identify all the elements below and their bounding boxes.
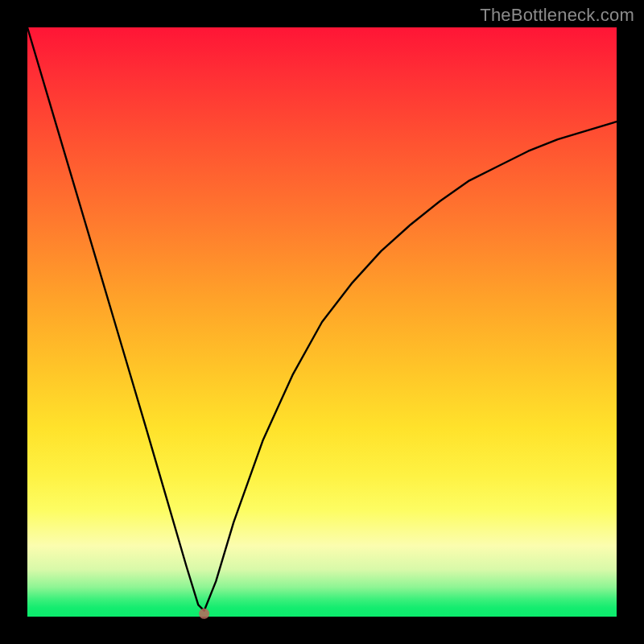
- chart-frame: TheBottleneck.com: [0, 0, 644, 644]
- bottleneck-curve: [27, 27, 617, 611]
- optimal-point-marker: [199, 609, 209, 619]
- watermark-text: TheBottleneck.com: [480, 5, 634, 26]
- curve-layer: [27, 27, 617, 617]
- plot-area: [27, 27, 617, 617]
